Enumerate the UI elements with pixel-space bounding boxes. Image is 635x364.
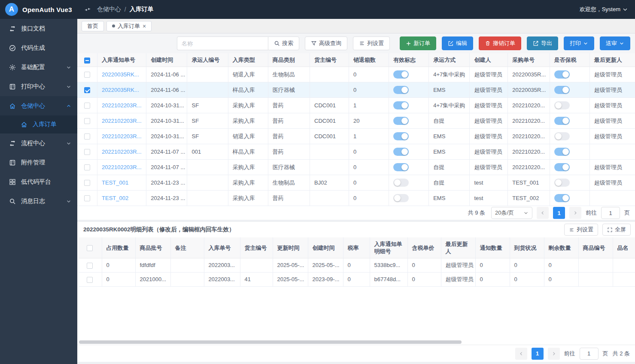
order-link[interactable]: 20220035RK...	[102, 71, 139, 78]
select-all-checkbox[interactable]	[87, 245, 93, 251]
column-header: 占用数量	[102, 237, 135, 258]
bonded-toggle-switch[interactable]	[554, 194, 570, 202]
valid-toggle-switch[interactable]	[393, 179, 409, 187]
table-row[interactable]: 2022102203R...2024-11-07 ...001样品入库普药0EM…	[77, 144, 635, 160]
sidebar-item-code-gen[interactable]: 代码生成	[0, 38, 77, 58]
valid-toggle-switch[interactable]	[393, 163, 409, 171]
row-checkbox[interactable]	[84, 164, 90, 170]
bonded-toggle-switch[interactable]	[554, 163, 570, 171]
select-all-checkbox[interactable]	[84, 58, 90, 64]
sidebar-item-lowcode[interactable]: 低代码平台	[0, 172, 77, 191]
detail-column-settings-button[interactable]: 列设置	[564, 224, 598, 236]
prev-page-button[interactable]	[515, 348, 527, 360]
column-settings-button[interactable]: 列设置	[353, 36, 390, 50]
order-link[interactable]: 20220035RK...	[102, 87, 139, 93]
bonded-toggle-switch[interactable]	[554, 86, 570, 94]
collapse-sidebar-icon[interactable]	[84, 6, 91, 13]
goto-page-input[interactable]	[580, 348, 599, 360]
table-row[interactable]: 0fdfdfdf2022003...2025-05-...2025-05-...…	[78, 258, 635, 273]
row-checkbox[interactable]	[84, 72, 90, 78]
sidebar-item-print-center[interactable]: 打印中心	[0, 77, 77, 96]
row-checkbox[interactable]	[84, 87, 90, 93]
approve-dropdown-button[interactable]: 送审	[600, 36, 630, 50]
table-row[interactable]: TEST_0022024-11-23 ...采购入库普药0EMStestTEST…	[77, 191, 635, 206]
fullscreen-button[interactable]: 全屏	[602, 224, 631, 236]
close-icon[interactable]: ×	[143, 23, 146, 29]
row-checkbox[interactable]	[84, 195, 90, 201]
valid-toggle-switch[interactable]	[393, 117, 409, 125]
table-row[interactable]: 2022102203R...2024-10-31...SF采购入库普药CDC00…	[77, 98, 635, 113]
valid-toggle-switch[interactable]	[393, 132, 409, 140]
app-root: A OpenAuth Vue3 仓储中心 / 入库订单 欢迎您，System 接…	[0, 0, 635, 364]
valid-toggle-switch[interactable]	[393, 148, 409, 156]
valid-toggle-switch[interactable]	[393, 86, 409, 94]
column-header: 是否保税	[550, 53, 589, 67]
sidebar-item-label: 仓储中心	[21, 102, 45, 110]
table-row[interactable]: 20220035RK...2024-11-06 ...样品入库医疗器械0EMS超…	[77, 82, 635, 98]
order-link[interactable]: 2022102203R...	[102, 102, 142, 109]
cancel-order-button[interactable]: 撤销订单	[479, 36, 521, 50]
advanced-query-button[interactable]: 高级查询	[305, 36, 347, 50]
order-link[interactable]: 2022102203R...	[102, 164, 142, 170]
valid-toggle-switch[interactable]	[393, 101, 409, 109]
next-page-button[interactable]	[569, 207, 581, 219]
row-checkbox[interactable]	[84, 133, 90, 140]
bonded-toggle-switch[interactable]	[554, 101, 570, 109]
bonded-toggle-switch[interactable]	[554, 148, 570, 156]
sidebar-item-flow-center[interactable]: 流程中心	[0, 133, 77, 153]
row-checkbox[interactable]	[84, 149, 90, 155]
table-row[interactable]: TEST_0012024-11-23 ...采购入库生物制品BJ020自提tes…	[77, 175, 635, 191]
sidebar-item-api-docs[interactable]: 接口文档	[0, 19, 77, 38]
table-row[interactable]: 20220035RK...2024-11-06 ...销退入库生物制品04+7集…	[77, 67, 635, 82]
breadcrumb-parent[interactable]: 仓储中心	[97, 6, 121, 13]
table-row[interactable]: 02021000...2022003...412025-05-...2023-0…	[78, 273, 635, 287]
print-dropdown-button[interactable]: 打印	[564, 36, 594, 50]
next-page-button[interactable]	[548, 348, 560, 360]
table-row[interactable]: 2022102203R...2024-10-31...SF销退入库普药CDC00…	[77, 129, 635, 144]
search-button[interactable]: 搜索	[268, 36, 299, 50]
order-link[interactable]: TEST_002	[102, 195, 128, 201]
row-checkbox[interactable]	[87, 263, 93, 269]
scrollbar-thumb[interactable]	[79, 340, 462, 344]
valid-toggle-switch[interactable]	[393, 70, 409, 79]
order-link[interactable]: 2022102203R...	[102, 133, 142, 140]
row-checkbox[interactable]	[84, 118, 90, 124]
order-link[interactable]: TEST_001	[102, 179, 128, 186]
chevron-down-icon	[66, 199, 71, 204]
order-link[interactable]: 2022102203R...	[102, 149, 142, 155]
order-link[interactable]: 2022102203R...	[102, 118, 142, 124]
bonded-toggle-switch[interactable]	[554, 70, 570, 79]
new-order-button[interactable]: 新订单	[400, 36, 436, 50]
sidebar-item-message-log[interactable]: 消息日志	[0, 191, 77, 211]
page-number-button[interactable]: 1	[553, 207, 565, 219]
prev-page-button[interactable]	[537, 207, 549, 219]
export-button[interactable]: 导出	[527, 36, 558, 50]
horizontal-scrollbar[interactable]	[77, 340, 635, 345]
table-row[interactable]: 2022102203R...2024-10-31...SF采购入库普药CDC00…	[77, 113, 635, 129]
breadcrumb-separator: /	[125, 6, 126, 13]
row-checkbox[interactable]	[84, 180, 90, 186]
column-header: 入库类型	[228, 53, 268, 67]
row-checkbox[interactable]	[87, 277, 93, 283]
valid-toggle-switch[interactable]	[393, 194, 409, 202]
bonded-toggle-switch[interactable]	[554, 117, 570, 125]
sidebar-item-inbound-orders[interactable]: 入库订单	[0, 115, 77, 133]
column-header: 入库单号	[204, 237, 240, 258]
tab-inbound-orders[interactable]: 入库订单 ×	[106, 21, 152, 31]
page-size-select[interactable]: 20条/页	[491, 207, 532, 219]
row-checkbox[interactable]	[84, 103, 90, 109]
search-input[interactable]	[177, 36, 268, 50]
user-menu[interactable]: 欢迎您，System	[580, 6, 628, 13]
goto-page-input[interactable]	[601, 207, 620, 219]
sidebar-item-base-config[interactable]: 基础配置	[0, 58, 77, 77]
sidebar-item-attachments[interactable]: 附件管理	[0, 153, 77, 172]
sidebar-item-warehouse-center[interactable]: 仓储中心	[0, 96, 77, 115]
bonded-toggle-switch[interactable]	[554, 132, 570, 140]
table-row[interactable]: 2022102203R...2024-11-07 ...采购入库医疗器械0自提超…	[77, 160, 635, 175]
tab-home[interactable]: 首页	[82, 21, 104, 31]
bonded-toggle-switch[interactable]	[554, 179, 570, 187]
detail-table-wrap: 占用数量商品批号备注入库单号货主编号更新时间创建时间税率入库通知单明细号含税单价…	[77, 237, 635, 340]
column-header: 商品编号	[578, 237, 613, 258]
edit-button[interactable]: 编辑	[442, 36, 473, 50]
page-number-button[interactable]: 1	[532, 348, 544, 360]
